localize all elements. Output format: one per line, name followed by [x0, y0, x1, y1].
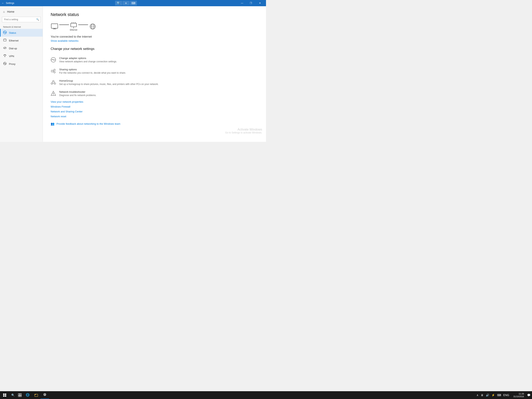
main-content: Network status	[43, 6, 266, 142]
dialup-icon	[3, 46, 7, 51]
svg-line-35	[54, 82, 55, 83]
svg-line-34	[52, 82, 53, 83]
page-title: Network status	[51, 12, 258, 17]
sidebar-item-status-label: Status	[9, 31, 16, 34]
svg-line-29	[53, 70, 54, 71]
title-bar-left: ← Settings	[1, 1, 14, 5]
search-container: 🔍	[2, 17, 41, 22]
homegroup-text: HomeGroup Set up a homegroup to share pi…	[59, 79, 158, 86]
feedback-label: Provide feedback about networking to the…	[57, 122, 120, 125]
svg-point-28	[54, 71, 55, 73]
close-button[interactable]: ✕	[255, 0, 265, 6]
app-title: Settings	[6, 2, 14, 5]
svg-point-39	[53, 95, 54, 95]
sidebar-item-proxy[interactable]: Proxy	[0, 60, 43, 68]
sidebar-item-vpn-label: VPN	[9, 55, 14, 58]
homegroup-settings-item[interactable]: HomeGroup Set up a homegroup to share pi…	[51, 77, 258, 88]
sidebar-item-proxy-label: Proxy	[9, 63, 15, 65]
svg-point-27	[54, 69, 55, 71]
sharing-text: Sharing options For the networks you con…	[59, 68, 126, 75]
back-button[interactable]: ←	[1, 1, 4, 5]
troubleshooter-settings-item[interactable]: Network troubleshooter Diagnose and fix …	[51, 88, 258, 99]
troubleshooter-title: Network troubleshooter	[59, 90, 96, 93]
search-toolbar-button[interactable]: 🔍	[115, 1, 122, 6]
sharing-title: Sharing options	[59, 68, 126, 71]
sidebar-home[interactable]: ⌂ Home	[0, 8, 43, 15]
sidebar-item-ethernet-label: Ethernet	[9, 39, 19, 42]
search-icon: 🔍	[36, 18, 39, 21]
minimize-button[interactable]: —	[238, 0, 247, 6]
homegroup-icon	[51, 80, 56, 85]
title-bar: ← Settings 🔍 ≡ ⌨ — ❒ ✕	[0, 0, 266, 6]
svg-rect-14	[71, 23, 76, 27]
line1	[59, 25, 69, 25]
adapter-settings-item[interactable]: Change adapter options View network adap…	[51, 54, 258, 66]
feedback-item[interactable]: 👥 Provide feedback about networking to t…	[51, 119, 258, 129]
adapter-desc: View network adapters and change connect…	[59, 60, 117, 63]
sidebar-item-ethernet[interactable]: Ethernet	[0, 37, 43, 45]
homegroup-title: HomeGroup	[59, 79, 158, 82]
adapter-icon	[51, 57, 56, 63]
home-icon: ⌂	[3, 10, 5, 13]
internet-icon	[89, 23, 97, 30]
troubleshooter-icon	[51, 91, 56, 96]
sidebar-section-label: Network & Internet	[0, 24, 43, 29]
restore-button[interactable]: ❒	[247, 0, 255, 6]
ethernet-diagram-label: Ethernet	[70, 29, 77, 31]
svg-point-33	[54, 83, 56, 84]
connection-status: You're connected to the Internet	[51, 35, 258, 38]
sidebar-item-vpn[interactable]: VPN	[0, 52, 43, 60]
main-window: ⌂ Home 🔍 Network & Internet Status Ether…	[0, 6, 266, 142]
homegroup-desc: Set up a homegroup to share pictures, mu…	[59, 83, 158, 86]
view-properties-link[interactable]: View your network properties	[51, 99, 258, 104]
vpn-icon	[3, 54, 7, 58]
sharing-icon	[51, 68, 56, 74]
window-controls: — ❒ ✕	[238, 0, 265, 6]
adapter-text: Change adapter options View network adap…	[59, 57, 117, 63]
activate-line2: Go to Settings to activate Windows.	[225, 131, 262, 134]
search-input[interactable]	[2, 17, 41, 22]
computer-icon	[51, 23, 58, 30]
sharing-desc: For the networks you connect to, decide …	[59, 71, 126, 75]
proxy-icon	[3, 62, 7, 66]
ethernet-diagram-icon: Ethernet	[70, 22, 77, 31]
svg-line-30	[53, 71, 54, 72]
ethernet-icon	[3, 38, 7, 43]
svg-point-32	[51, 83, 53, 84]
menu-toolbar-button[interactable]: ≡	[122, 1, 129, 6]
troubleshooter-text: Network troubleshooter Diagnose and fix …	[59, 90, 96, 97]
network-diagram: Ethernet	[51, 22, 258, 31]
line2	[78, 25, 88, 25]
change-settings-title: Change your network settings	[51, 47, 258, 51]
network-reset-link[interactable]: Network reset	[51, 114, 258, 119]
activate-line1: Activate Windows	[225, 128, 262, 131]
sidebar-item-dialup-label: Dial-up	[9, 47, 17, 50]
adapter-title: Change adapter options	[59, 57, 117, 60]
svg-point-26	[51, 70, 53, 72]
activate-watermark: Activate Windows Go to Settings to activ…	[225, 128, 262, 134]
sidebar-item-status[interactable]: Status	[0, 29, 43, 37]
feedback-icon: 👥	[51, 122, 55, 126]
sidebar-item-dialup[interactable]: Dial-up	[0, 45, 43, 52]
keyboard-toolbar-button[interactable]: ⌨	[130, 1, 137, 6]
home-label: Home	[7, 10, 14, 13]
svg-point-31	[53, 80, 54, 82]
sidebar: ⌂ Home 🔍 Network & Internet Status Ether…	[0, 6, 43, 142]
show-networks-link[interactable]: Show available networks	[51, 39, 258, 42]
svg-rect-2	[4, 39, 6, 41]
sharing-center-link[interactable]: Network and Sharing Center	[51, 109, 258, 114]
svg-rect-11	[51, 24, 58, 28]
status-icon	[3, 31, 7, 35]
troubleshooter-desc: Diagnose and fix network problems.	[59, 94, 96, 97]
windows-firewall-link[interactable]: Windows Firewall	[51, 104, 258, 109]
title-bar-center-icons: 🔍 ≡ ⌨	[115, 1, 137, 6]
sharing-settings-item[interactable]: Sharing options For the networks you con…	[51, 66, 258, 77]
